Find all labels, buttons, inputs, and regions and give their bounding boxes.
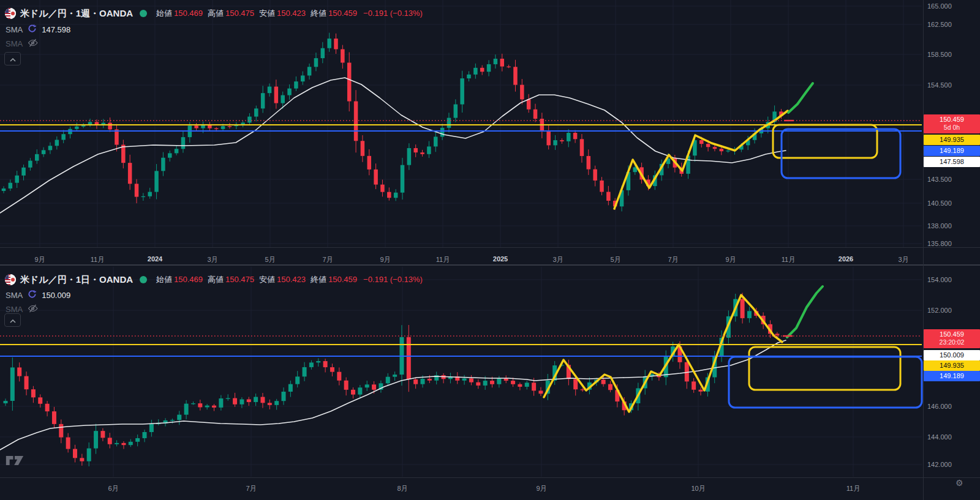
time-axis-label: 5月 [265,255,275,264]
price-tick-label: 154.000 [927,276,952,283]
candle-body [327,39,331,48]
candle-body [17,367,21,376]
candle-body [601,379,606,384]
candle-body [581,389,585,390]
price-tick-label: 165.000 [927,2,952,10]
candle-body [80,458,84,461]
candle-body [68,129,72,134]
eye-slash-icon[interactable] [28,304,38,315]
market-open-icon [140,276,147,283]
candle-body [128,163,132,184]
candle-body [135,184,139,196]
candle-body [476,382,480,386]
candle-body [288,384,293,392]
time-axis-label: 3月 [207,255,217,264]
ohlc-row: 始値150.469 高値150.475 安値150.423 終値150.459 … [156,8,423,19]
candle-body [354,102,358,141]
candle-body [181,137,186,149]
sma-legend-weekly[interactable]: SMA 147.598 [6,24,70,35]
candle-body [115,443,119,444]
candle-body [341,49,345,62]
candle-body [497,378,501,384]
price-tick-label: 142.000 [927,461,952,468]
candle-body [295,376,300,384]
candle-body [386,377,390,384]
candle-body [494,59,498,64]
candle-body [141,196,146,197]
candle-body [587,156,591,170]
time-axis-border-daily [0,477,980,478]
candle-body [191,403,195,404]
candle-body [194,125,198,128]
candle-body [254,397,258,402]
candle-body [372,384,376,390]
candle-body [532,382,536,390]
time-axis-label: 11月 [436,255,450,264]
candle-body [35,154,39,161]
price-tick-label: 143.500 [927,176,952,183]
candle-body [321,48,325,58]
candle-body [511,381,515,384]
candle-body [294,81,298,88]
gear-icon[interactable]: ⚙ [956,478,963,488]
candle-body [108,123,112,130]
price-tick-label: 158.500 [927,51,952,58]
candle-body [247,117,252,123]
candle-body [334,39,338,49]
price-label-badge: 147.598 [924,157,980,167]
candle-body [219,398,223,408]
sma-loading-icon [28,24,37,35]
price-label-badge: 149.935 [924,360,980,371]
eye-slash-icon[interactable] [28,39,38,49]
time-axis-label: 11月 [782,255,795,264]
sma-hidden-legend-weekly[interactable]: SMA [6,38,38,49]
price-label-badge: 149.189 [924,371,980,381]
collapse-legend-button-weekly[interactable] [4,52,21,65]
charts-canvas[interactable] [0,0,980,500]
collapse-legend-button-daily[interactable] [4,313,21,327]
time-axis-label: 8月 [397,484,407,493]
candle-body [184,404,189,415]
green-projection-line [787,286,823,337]
low-value: 150.423 [277,275,306,284]
candle-body [205,406,209,408]
sma-value: 150.009 [42,291,70,300]
time-axis-label: 9月 [536,484,546,493]
price-label-badge: 150.45923:20:02 [924,329,980,348]
candle-body [483,381,488,386]
candle-body [260,397,265,403]
candle-body [393,375,397,377]
sma-legend-daily[interactable]: SMA 150.009 [6,289,70,300]
candle-body [533,110,538,119]
candle-body [282,392,286,401]
candle-body [59,424,63,438]
candle-body [347,62,352,101]
time-axis-border-weekly [0,247,980,248]
candle-body [337,372,341,381]
sma-label: SMA [6,291,23,300]
sma-loading-icon [28,289,37,300]
price-label-badge: 150.4595d 0h [924,114,980,133]
price-tick-label: 152.000 [927,307,952,314]
sma-label: SMA [6,25,23,34]
candle-body [699,390,703,392]
change-value: −0.191 (−0.13%) [363,9,423,18]
sma-hidden-label: SMA [6,39,23,48]
chevron-up-icon [10,54,16,64]
candle-body [460,78,464,104]
candle-body [462,378,467,381]
panel-divider[interactable] [0,264,980,266]
candle-body [358,387,362,394]
candle-body [600,181,604,192]
candle-body [440,128,445,137]
tradingview-dual-chart: 米ドル／円・1週・OANDA 始値150.469 高値150.475 安値150… [0,0,980,500]
time-axis-label: 9月 [380,255,390,264]
symbol-title-weekly[interactable]: 米ドル／円・1週・OANDA [20,8,133,20]
candle-body [401,165,405,193]
symbol-title-daily[interactable]: 米ドル／円・1日・OANDA [20,274,133,286]
panel-weekly-header: 米ドル／円・1週・OANDA 始値150.469 高値150.475 安値150… [5,7,423,20]
candle-body [287,89,292,95]
candle-body [428,379,432,381]
green-projection-line [788,83,813,113]
candle-body [87,449,91,461]
